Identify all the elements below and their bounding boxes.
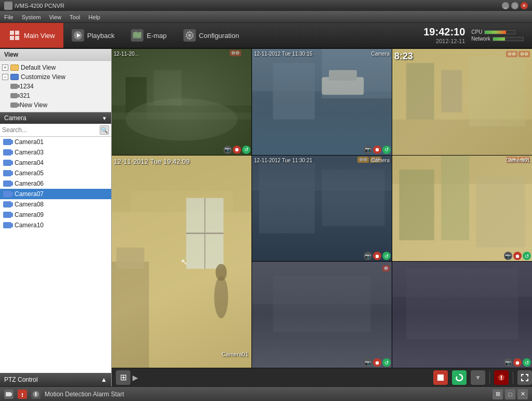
- video-cell-7[interactable]: ❶ 📷 ⏺ ↺: [252, 262, 392, 368]
- cell-controls-7: 📷 ⏺ ↺: [364, 358, 391, 367]
- search-button[interactable]: 🔍: [100, 125, 109, 135]
- camera-item-07[interactable]: Camera07: [0, 189, 111, 199]
- stop-btn-1[interactable]: ⏺: [233, 146, 241, 154]
- refresh-btn-4[interactable]: ↺: [382, 252, 391, 260]
- refresh-dropdown-btn[interactable]: ▼: [471, 370, 485, 385]
- timestamp-3: 8:23: [394, 51, 413, 62]
- menu-file[interactable]: File: [4, 14, 14, 20]
- capture-btn-4[interactable]: 📷: [364, 252, 372, 260]
- menu-view[interactable]: View: [49, 14, 61, 20]
- camera-item-04[interactable]: Camera04: [0, 158, 111, 168]
- menu-help[interactable]: Help: [88, 14, 100, 20]
- video-area: 12-11-20... ❶❶ 📷 ⏺ ↺: [112, 49, 532, 386]
- tree-item-new-view[interactable]: New View: [8, 100, 111, 110]
- fullscreen-button[interactable]: [517, 370, 532, 385]
- video-cell-1[interactable]: 12-11-20... ❶❶ 📷 ⏺ ↺: [112, 49, 251, 155]
- cam-icon-01: [3, 139, 11, 145]
- camera-item-06[interactable]: Camera06: [0, 178, 111, 189]
- tree-item-customize-view[interactable]: − Customize View: [0, 72, 111, 82]
- stop-btn-4[interactable]: ⏺: [373, 252, 381, 260]
- ptz-section-header[interactable]: PTZ Control ▲: [0, 373, 111, 386]
- stop-btn-9[interactable]: ⏺: [513, 358, 522, 367]
- camera-item-10[interactable]: Camera10: [0, 220, 111, 230]
- ptz-header-label: PTZ Control: [4, 376, 38, 383]
- ptz-expand-icon[interactable]: ▲: [101, 376, 107, 383]
- camera-item-03[interactable]: Camera03: [0, 147, 111, 158]
- camera-item-08[interactable]: Camera08: [0, 199, 111, 210]
- tree-item-321[interactable]: 321: [8, 91, 111, 100]
- capture-btn-6[interactable]: 📷: [504, 252, 512, 260]
- svg-rect-37: [116, 248, 144, 269]
- cell-controls-2: 📷 ⏺ ↺: [364, 146, 391, 154]
- folder-icon-default: [10, 64, 19, 71]
- tree-item-default-view[interactable]: + Default View: [0, 63, 111, 72]
- refresh-btn-7[interactable]: ↺: [382, 358, 391, 367]
- cell-controls-9: 📷 ⏺ ↺: [504, 358, 531, 367]
- folder-icon-customize: [10, 74, 19, 80]
- alarm-btn[interactable]: [494, 370, 509, 385]
- video-cell-6[interactable]: ❶❶ ❶❶ Camera01 📷 ⏺ ↺: [392, 156, 532, 262]
- camera-item-01[interactable]: Camera01: [0, 137, 111, 147]
- status-btn-3[interactable]: ✕: [517, 389, 528, 399]
- net-fill: [493, 37, 505, 41]
- maximize-button[interactable]: □: [511, 2, 518, 9]
- timestamp-1: 12-11-20...: [114, 51, 139, 57]
- refresh-btn-2[interactable]: ↺: [382, 146, 391, 154]
- camera-label-07: Camera07: [15, 190, 44, 198]
- camera-label-cell-6: Camera01: [506, 158, 530, 163]
- menu-system[interactable]: System: [22, 14, 41, 20]
- video-cell-9[interactable]: 📷 ⏺ ↺: [392, 262, 532, 368]
- nav-main-view[interactable]: Main View: [0, 23, 63, 48]
- refresh-all-button[interactable]: [452, 370, 467, 385]
- capture-btn-7[interactable]: 📷: [364, 358, 372, 367]
- svg-rect-24: [441, 70, 462, 112]
- tree-expand-customize[interactable]: −: [2, 74, 8, 80]
- cam-icon-09: [3, 212, 11, 218]
- capture-btn-2[interactable]: 📷: [364, 146, 372, 154]
- tree-area: + Default View − Customize View 1234 321: [0, 61, 111, 112]
- stop-btn-7[interactable]: ⏺: [373, 358, 381, 367]
- status-btn-1[interactable]: ⊞: [493, 389, 503, 399]
- search-input[interactable]: [2, 126, 98, 134]
- nav-configuration[interactable]: Configuration: [175, 23, 247, 48]
- refresh-btn-9[interactable]: ↺: [523, 358, 531, 367]
- svg-rect-0: [10, 31, 14, 35]
- capture-btn-1[interactable]: 📷: [223, 146, 232, 154]
- cam-icon-07: [3, 191, 11, 197]
- camera-section-header[interactable]: Camera ▼: [0, 112, 111, 124]
- stop-btn-2[interactable]: ⏺: [373, 146, 381, 154]
- tree-label-321: 321: [20, 92, 30, 99]
- video-cell-4[interactable]: 12-11-2012 Tue 11:30:21 Camera ❶❶ ❶❶ 📷 ⏺…: [252, 156, 392, 262]
- svg-rect-54: [501, 376, 502, 378]
- video-cell-3[interactable]: 8:23 ❶❶ ❶❶: [392, 49, 532, 155]
- cpu-meter: [484, 30, 515, 34]
- svg-rect-51: [437, 374, 444, 381]
- tree-item-1234[interactable]: 1234: [8, 82, 111, 91]
- minimize-button[interactable]: _: [502, 2, 509, 9]
- capture-btn-9[interactable]: 📷: [504, 358, 512, 367]
- tree-expand-default[interactable]: +: [2, 64, 8, 71]
- stop-btn-6[interactable]: ⏺: [513, 252, 522, 260]
- view-select-btn[interactable]: ⊞: [116, 370, 130, 385]
- stop-all-button[interactable]: [433, 370, 448, 385]
- nav-emap[interactable]: E-map: [123, 23, 175, 48]
- camera-label-03: Camera03: [15, 149, 44, 156]
- svg-point-8: [188, 34, 191, 37]
- refresh-btn-1[interactable]: ↺: [242, 146, 250, 154]
- cursor-indicator: ↖: [181, 256, 188, 266]
- svg-rect-63: [35, 392, 36, 393]
- menu-tool[interactable]: Tool: [70, 14, 80, 20]
- camera-collapse-icon[interactable]: ▼: [102, 115, 107, 121]
- refresh-btn-6[interactable]: ↺: [523, 252, 531, 260]
- cpu-fill: [485, 31, 506, 34]
- close-button[interactable]: ✕: [521, 2, 528, 9]
- camera-item-09[interactable]: Camera09: [0, 210, 111, 220]
- current-time: 19:42:10: [423, 25, 465, 38]
- nav-playback[interactable]: Playback: [63, 23, 123, 48]
- status-btn-2[interactable]: □: [505, 389, 515, 399]
- svg-rect-1: [15, 31, 19, 35]
- camera-item-05[interactable]: Camera05: [0, 168, 111, 178]
- video-cell-2[interactable]: 12-11-2012 Tue 11:30:15 Camera 📷 ⏺ ↺: [252, 49, 392, 155]
- title-bar-controls[interactable]: _ □ ✕: [502, 2, 528, 9]
- video-cell-5[interactable]: 12-11-2012 Tue 19:42:09: [112, 156, 251, 368]
